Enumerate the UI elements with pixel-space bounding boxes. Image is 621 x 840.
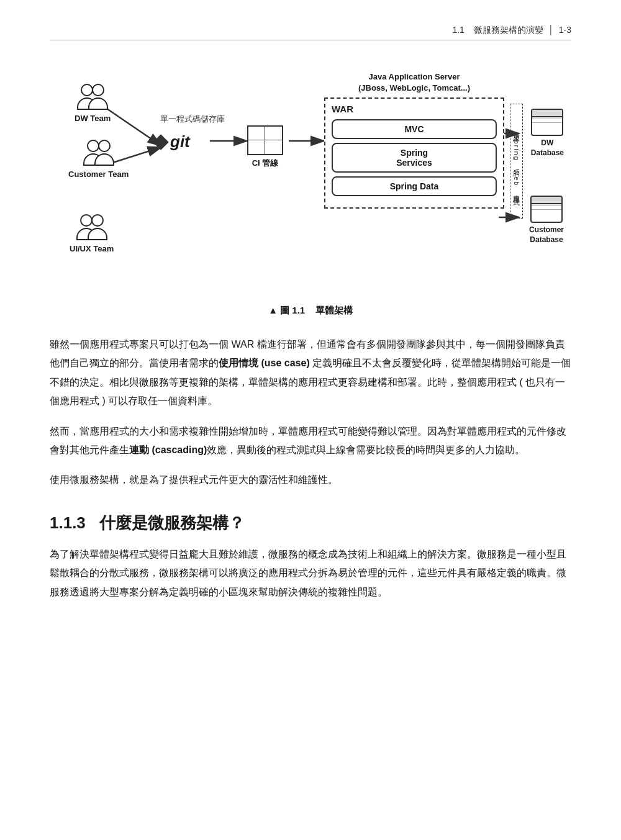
paragraph-1: 雖然一個應用程式專案只可以打包為一個 WAR 檔進行部署，但通常會有多個開發團隊… (50, 335, 571, 411)
ci-pipeline: CI 管線 (247, 125, 283, 169)
p1-bold-term: 使用情境 (use case) (219, 358, 310, 368)
uiux-team-label: UI/UX Team (70, 244, 114, 253)
vertical-side-label: 來泉 Spring 的 Web 應用程式 (510, 104, 523, 219)
section-title-header: 微服務架構的演變 (474, 25, 543, 35)
paragraph-2: 然而，當應用程式的大小和需求複雜性開始增加時，單體應用程式可能變得難以管理。因為… (50, 422, 571, 460)
section-number: 1.1.3 (50, 513, 86, 532)
caption-prefix: ▲ 圖 1.1 (268, 305, 305, 315)
dw-database-label: DWDatabase (531, 138, 564, 158)
dw-team-label: DW Team (75, 114, 111, 123)
git-area: git (155, 132, 190, 151)
dw-database: DWDatabase (531, 109, 564, 158)
server-container: Java Application Server (JBoss, WebLogic… (324, 71, 504, 209)
section-title: 什麼是微服務架構？ (99, 513, 245, 532)
customer-database-label: CustomerDatabase (529, 225, 564, 245)
dw-db-icon (531, 109, 563, 136)
page-header: 1.1 微服務架構的演變 │ 1-3 (50, 25, 571, 40)
uiux-team-block: UI/UX Team (70, 214, 114, 253)
page-number: 1-3 (559, 25, 571, 35)
git-diamond-icon (153, 134, 168, 150)
server-title: Java Application Server (JBoss, WebLogic… (324, 71, 504, 94)
p3-text: 使用微服務架構，就是為了提供程式元件更大的靈活性和維護性。 (50, 474, 338, 485)
customer-team-icon (83, 140, 114, 166)
main-text: 雖然一個應用程式專案只可以打包為一個 WAR 檔進行部署，但通常會有多個開發團隊… (50, 335, 571, 490)
spring-data-box: Spring Data (332, 176, 497, 196)
war-box: WAR MVC SpringServices Spring Data 來泉 Sp… (324, 97, 504, 209)
customer-db-icon (530, 196, 563, 223)
diagram-wrapper: DW Team Customer Team (50, 65, 571, 295)
spring-services-label: SpringServices (396, 148, 432, 168)
repo-label: 單一程式碼儲存庫 (160, 114, 225, 125)
architecture-diagram: DW Team Customer Team (56, 65, 565, 295)
dw-team-block: DW Team (75, 84, 111, 123)
paragraph-4: 為了解決單體架構程式變得日益龐大且難於維護，微服務的概念成為技術上和組織上的解決… (50, 545, 571, 602)
main-text-2: 為了解決單體架構程式變得日益龐大且難於維護，微服務的概念成為技術上和組織上的解決… (50, 545, 571, 602)
dw-team-icon (77, 84, 108, 110)
p4-text: 為了解決單體架構程式變得日益龐大且難於維護，微服務的概念成為技術上和組織上的解決… (50, 549, 566, 597)
section-heading-113: 1.1.3 什麼是微服務架構？ (50, 512, 571, 534)
git-label: git (170, 132, 190, 151)
uiux-team-icon (76, 214, 107, 240)
paragraph-3: 使用微服務架構，就是為了提供程式元件更大的靈活性和維護性。 (50, 471, 571, 489)
customer-team-block: Customer Team (68, 140, 129, 179)
p2-text-rest: 效應，異動後的程式測試與上線會需要比較長的時間與更多的人力協助。 (207, 445, 525, 455)
customer-team-label: Customer Team (68, 169, 129, 179)
section-label: 1.1 (452, 25, 464, 35)
mvc-box: MVC (332, 119, 497, 139)
customer-database: CustomerDatabase (529, 196, 564, 245)
caption-label: 單體架構 (315, 305, 353, 315)
ci-label: CI 管線 (247, 158, 283, 169)
diagram-caption: ▲ 圖 1.1 單體架構 (50, 305, 571, 317)
spring-services-box: SpringServices (332, 143, 497, 173)
p2-bold-term: 連動 (cascading) (129, 445, 207, 455)
war-label: WAR (332, 104, 497, 114)
